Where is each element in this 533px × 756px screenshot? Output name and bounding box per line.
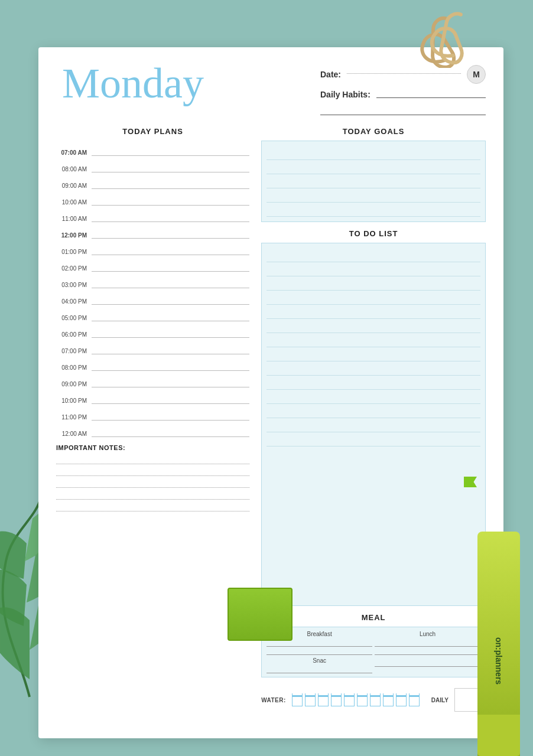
todo-line[interactable]	[266, 248, 480, 262]
highlighter-label: on:planners	[494, 637, 503, 676]
todo-line[interactable]	[266, 291, 480, 305]
time-slot: 11:00 PM	[56, 405, 249, 422]
dinner-line[interactable]	[375, 659, 480, 667]
time-line[interactable]	[92, 337, 249, 338]
time-slot: 08:00 AM	[56, 157, 249, 174]
notes-line[interactable]	[56, 501, 249, 511]
time-slot: 05:00 PM	[56, 306, 249, 322]
todo-line[interactable]	[266, 432, 480, 447]
habits-label: Daily Habits:	[320, 90, 370, 99]
time-line[interactable]	[92, 370, 249, 371]
time-slot: 03:00 PM	[56, 273, 249, 289]
time-label: 07:00 AM	[56, 149, 87, 157]
time-line[interactable]	[92, 238, 249, 239]
time-line[interactable]	[92, 188, 249, 189]
dinner-cell	[375, 657, 480, 673]
todo-line[interactable]	[266, 333, 480, 347]
time-label: 12:00 PM	[56, 232, 87, 240]
time-line[interactable]	[92, 172, 249, 172]
water-glass-8[interactable]	[383, 693, 394, 706]
todo-list-section: TO DO LIST	[261, 229, 486, 606]
time-line[interactable]	[92, 354, 249, 354]
lunch-line2[interactable]	[375, 647, 480, 655]
goal-line[interactable]	[266, 146, 480, 160]
time-line[interactable]	[92, 288, 249, 288]
time-line[interactable]	[92, 420, 249, 421]
time-slots-container: 07:00 AM 08:00 AM 09:00 AM 10:00 AM 11:0…	[56, 141, 249, 438]
water-glass-10[interactable]	[409, 693, 420, 706]
notes-line[interactable]	[56, 465, 249, 476]
time-label: 11:00 PM	[56, 414, 87, 422]
water-glasses	[292, 693, 420, 706]
todo-lines	[266, 248, 480, 447]
notes-line[interactable]	[56, 477, 249, 488]
water-glass-2[interactable]	[305, 693, 316, 706]
time-line[interactable]	[92, 436, 249, 437]
time-label: 09:00 AM	[56, 183, 87, 190]
day-title: Monday	[56, 59, 204, 105]
water-glass-4[interactable]	[331, 693, 342, 706]
today-goals-section: TODAY GOALS	[261, 127, 486, 222]
water-section: WATER: DAILY	[261, 688, 486, 712]
todo-line[interactable]	[266, 390, 480, 404]
rubber-stamp	[228, 588, 292, 641]
time-label: 06:00 PM	[56, 331, 87, 339]
todo-line[interactable]	[266, 361, 480, 376]
notes-line[interactable]	[56, 489, 249, 500]
todo-line[interactable]	[266, 404, 480, 418]
time-label: 11:00 AM	[56, 216, 87, 223]
time-slot: 10:00 PM	[56, 389, 249, 405]
todo-line[interactable]	[266, 418, 480, 432]
goal-line[interactable]	[266, 160, 480, 174]
goal-line[interactable]	[266, 188, 480, 203]
todo-list-title: TO DO LIST	[261, 229, 486, 238]
lunch-line[interactable]	[375, 638, 480, 647]
snack-line[interactable]	[266, 665, 372, 673]
date-input-line[interactable]	[347, 73, 461, 74]
time-label: 12:00 AM	[56, 431, 87, 438]
time-line[interactable]	[92, 387, 249, 387]
habits-line[interactable]	[376, 97, 486, 98]
time-line[interactable]	[92, 271, 249, 272]
todo-line[interactable]	[266, 319, 480, 333]
goal-line[interactable]	[266, 174, 480, 188]
time-line[interactable]	[92, 155, 249, 156]
snack-label: Snac	[266, 657, 372, 664]
todo-line[interactable]	[266, 376, 480, 390]
todo-line[interactable]	[266, 262, 480, 276]
breakfast-line2[interactable]	[266, 647, 372, 655]
time-line[interactable]	[92, 403, 249, 404]
time-slot: 07:00 PM	[56, 339, 249, 356]
habits-line2[interactable]	[320, 115, 486, 115]
notes-line[interactable]	[56, 454, 249, 464]
water-glass-7[interactable]	[370, 693, 381, 706]
todo-line[interactable]	[266, 276, 480, 291]
water-glass-3[interactable]	[318, 693, 329, 706]
water-glass-6[interactable]	[357, 693, 368, 706]
time-line[interactable]	[92, 304, 249, 305]
todo-line[interactable]	[266, 347, 480, 361]
goals-box	[261, 141, 486, 222]
time-label: 07:00 PM	[56, 348, 87, 356]
water-glass-1[interactable]	[292, 693, 303, 706]
time-line[interactable]	[92, 321, 249, 321]
time-line[interactable]	[92, 255, 249, 255]
today-goals-title: TODAY GOALS	[261, 127, 486, 136]
left-column: TODAY PLANS 07:00 AM 08:00 AM 09:00 AM 1…	[56, 127, 249, 712]
paperclip-decoration	[409, 9, 498, 68]
todo-line[interactable]	[266, 305, 480, 319]
time-slot: 06:00 PM	[56, 322, 249, 339]
goal-line[interactable]	[266, 203, 480, 217]
time-line[interactable]	[92, 221, 249, 222]
time-label: 03:00 PM	[56, 282, 87, 289]
meal-section: MEAL Breakfast Lunch	[261, 613, 486, 677]
time-slot: 01:00 PM	[56, 240, 249, 256]
water-glass-5[interactable]	[344, 693, 355, 706]
time-slot: 12:00 PM	[56, 223, 249, 240]
time-line[interactable]	[92, 205, 249, 206]
lunch-label: Lunch	[375, 631, 480, 637]
water-glass-9[interactable]	[396, 693, 407, 706]
time-label: 05:00 PM	[56, 315, 87, 322]
right-column: TODAY GOALS TO DO LIST	[261, 127, 486, 712]
meal-title: MEAL	[261, 613, 486, 622]
